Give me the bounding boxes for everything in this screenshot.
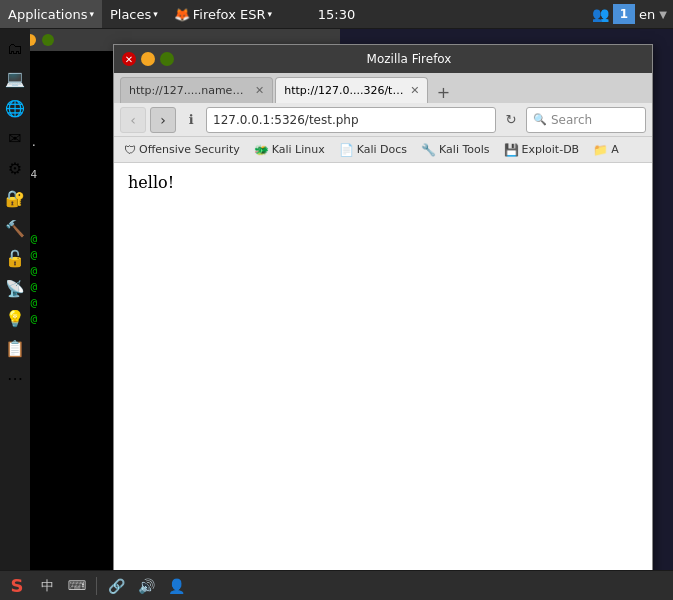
taskbar: S 中 ⌨ 🔗 🔊 👤	[0, 570, 673, 600]
firefox-menu[interactable]: 🦊 Firefox ESR ▾	[166, 0, 280, 28]
top-panel: Applications ▾ Places ▾ 🦊 Firefox ESR ▾ …	[0, 0, 673, 29]
sidebar-icons: 🗂 💻 🌐 ✉ ⚙ 🔐 🔨 🔓 📡 💡 📋 ⋯	[0, 29, 30, 600]
sidebar-file-manager-icon[interactable]: 🗂	[2, 35, 28, 61]
firefox-window: ✕ Mozilla Firefox http://127.....name=&p…	[113, 44, 653, 579]
sidebar-terminal-icon[interactable]: 💻	[2, 65, 28, 91]
sidebar-settings-icon[interactable]: ⚙	[2, 155, 28, 181]
workspace-indicator[interactable]: 1	[613, 4, 635, 24]
info-button[interactable]: ℹ	[180, 109, 202, 131]
firefox-title: Mozilla Firefox	[174, 52, 644, 66]
panel-right: 👥 1 en ▼	[586, 0, 673, 28]
taskbar-network-icon[interactable]: 🔗	[103, 573, 129, 599]
terminal-maximize-button[interactable]	[42, 34, 54, 46]
kali-linux-icon: 🐲	[254, 143, 269, 157]
firefox-titlebar: ✕ Mozilla Firefox	[114, 45, 652, 73]
bookmark-a-label: A	[611, 143, 619, 156]
sidebar-apps-icon[interactable]: ⋯	[2, 365, 28, 391]
url-bar[interactable]: 127.0.0.1:5326/test.php	[206, 107, 496, 133]
firefox-minimize-button[interactable]	[141, 52, 155, 66]
bookmark-offensive-security[interactable]: 🛡 Offensive Security	[120, 141, 244, 159]
clock: 15:30	[318, 7, 355, 22]
bookmark-a[interactable]: 📁 A	[589, 141, 623, 159]
sidebar-exploit-icon[interactable]: 🔓	[2, 245, 28, 271]
desktop: Applications ▾ Places ▾ 🦊 Firefox ESR ▾ …	[0, 0, 673, 600]
firefox-maximize-button[interactable]	[160, 52, 174, 66]
taskbar-s-icon[interactable]: S	[4, 573, 30, 599]
tab2-close-button[interactable]: ✕	[410, 84, 419, 97]
page-hello-text: hello!	[128, 173, 638, 192]
taskbar-separator	[96, 577, 97, 595]
places-chevron: ▾	[153, 9, 158, 19]
new-tab-button[interactable]: +	[432, 81, 454, 103]
bookmarks-bar: 🛡 Offensive Security 🐲 Kali Linux 📄 Kali…	[114, 137, 652, 163]
taskbar-keyboard-icon[interactable]: ⌨	[64, 573, 90, 599]
back-button[interactable]: ‹	[120, 107, 146, 133]
search-placeholder: Search	[551, 113, 592, 127]
bookmark-a-icon: 📁	[593, 143, 608, 157]
bookmark-kali-linux-label: Kali Linux	[272, 143, 325, 156]
offensive-security-icon: 🛡	[124, 143, 136, 157]
sidebar-code-icon[interactable]: 💡	[2, 305, 28, 331]
taskbar-user-icon[interactable]: 👤	[163, 573, 189, 599]
bookmark-kali-docs-label: Kali Docs	[357, 143, 407, 156]
taskbar-chinese-icon[interactable]: 中	[34, 573, 60, 599]
bookmark-exploit-db-label: Exploit-DB	[522, 143, 580, 156]
firefox-close-button[interactable]: ✕	[122, 52, 136, 66]
applications-menu[interactable]: Applications ▾	[0, 0, 102, 28]
places-menu[interactable]: Places ▾	[102, 0, 166, 28]
sidebar-tools-icon[interactable]: 🔨	[2, 215, 28, 241]
firefox-menu-icon: 🦊	[174, 7, 190, 22]
lang-indicator: en	[639, 7, 655, 22]
places-label: Places	[110, 7, 151, 22]
bookmark-kali-linux[interactable]: 🐲 Kali Linux	[250, 141, 329, 159]
tab2-label: http://127.0....326/test.php	[284, 84, 404, 97]
kali-docs-icon: 📄	[339, 143, 354, 157]
firefox-page-content: hello!	[114, 163, 652, 578]
firefox-chevron: ▾	[267, 9, 272, 19]
bookmark-kali-tools-label: Kali Tools	[439, 143, 489, 156]
firefox-window-buttons: ✕	[122, 52, 174, 66]
sidebar-wifi-icon[interactable]: 📡	[2, 275, 28, 301]
applications-label: Applications	[8, 7, 87, 22]
applications-chevron: ▾	[89, 9, 94, 19]
panel-scroll-icon: ▼	[659, 9, 667, 20]
forward-button[interactable]: ›	[150, 107, 176, 133]
url-text: 127.0.0.1:5326/test.php	[213, 113, 359, 127]
bookmark-exploit-db[interactable]: 💾 Exploit-DB	[500, 141, 584, 159]
firefox-tab-2[interactable]: http://127.0....326/test.php ✕	[275, 77, 428, 103]
reload-button[interactable]: ↻	[500, 109, 522, 131]
firefox-tabbar: http://127.....name=&psw= ✕ http://127.0…	[114, 73, 652, 103]
tab1-label: http://127.....name=&psw=	[129, 84, 249, 97]
tab1-close-button[interactable]: ✕	[255, 84, 264, 97]
sidebar-mail-icon[interactable]: ✉	[2, 125, 28, 151]
firefox-tab-1[interactable]: http://127.....name=&psw= ✕	[120, 77, 273, 103]
sidebar-security-icon[interactable]: 🔐	[2, 185, 28, 211]
taskbar-volume-icon[interactable]: 🔊	[133, 573, 159, 599]
exploit-db-icon: 💾	[504, 143, 519, 157]
kali-tools-icon: 🔧	[421, 143, 436, 157]
bookmark-offensive-security-label: Offensive Security	[139, 143, 240, 156]
search-icon: 🔍	[533, 113, 547, 126]
sidebar-notes-icon[interactable]: 📋	[2, 335, 28, 361]
firefox-navbar: ‹ › ℹ 127.0.0.1:5326/test.php ↻ 🔍 Search	[114, 103, 652, 137]
people-icon: 👥	[592, 6, 609, 22]
search-bar[interactable]: 🔍 Search	[526, 107, 646, 133]
firefox-label: Firefox ESR	[193, 7, 266, 22]
sidebar-browser-icon[interactable]: 🌐	[2, 95, 28, 121]
bookmark-kali-tools[interactable]: 🔧 Kali Tools	[417, 141, 493, 159]
bookmark-kali-docs[interactable]: 📄 Kali Docs	[335, 141, 411, 159]
